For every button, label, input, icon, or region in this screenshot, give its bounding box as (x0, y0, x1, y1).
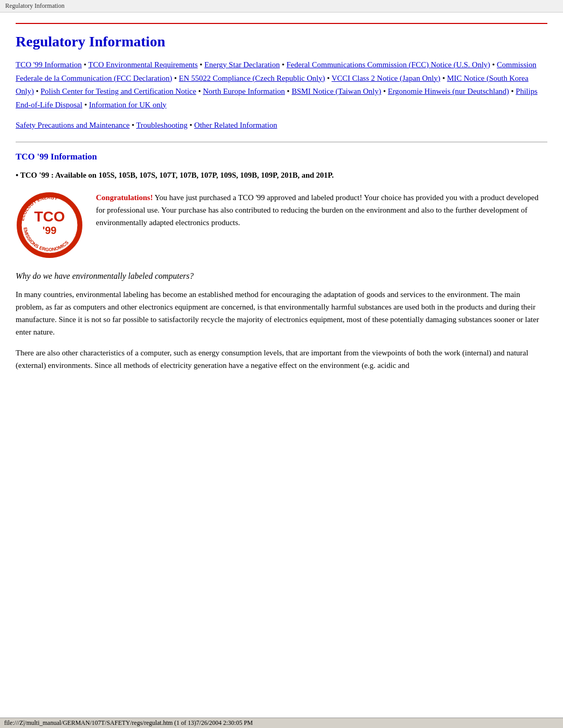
browser-title-bar: Regulatory Information (0, 0, 563, 13)
tco-logo: ECOLOGY ENERGY EMISSIONS ERGONOMICS TCO … (16, 191, 83, 259)
page-title: Regulatory Information (16, 33, 547, 50)
nav-links: TCO '99 Information • TCO Environmental … (16, 58, 547, 112)
separator: • (511, 87, 516, 95)
congrats-body: You have just purchased a TCO '99 approv… (96, 193, 538, 227)
nav-link-energy-star[interactable]: Energy Star Declaration (204, 60, 280, 69)
italic-heading: Why do we have environmentally labeled c… (16, 272, 547, 281)
separator: • (198, 87, 203, 95)
congrats-block: ECOLOGY ENERGY EMISSIONS ERGONOMICS TCO … (16, 191, 547, 259)
separator: • (174, 74, 179, 82)
nav-link-fcc[interactable]: Federal Communications Commission (FCC) … (287, 60, 491, 69)
separator: • (131, 121, 136, 129)
tco-section: TCO '99 Information • TCO '99 : Availabl… (16, 152, 547, 372)
nav-link-safety[interactable]: Safety Precautions and Maintenance (16, 121, 130, 129)
nav-link-other[interactable]: Other Related Information (194, 121, 277, 129)
svg-text:TCO: TCO (34, 208, 65, 225)
nav-link-tco99[interactable]: TCO '99 Information (16, 60, 82, 69)
tco-section-title: TCO '99 Information (16, 152, 547, 162)
separator: • (200, 60, 204, 69)
second-nav: Safety Precautions and Maintenance • Tro… (16, 119, 547, 132)
separator: • (492, 60, 497, 69)
main-content: Regulatory Information TCO '99 Informati… (0, 13, 563, 401)
separator: • (190, 121, 194, 129)
nav-link-north-europe[interactable]: North Europe Information (203, 87, 285, 95)
browser-title-text: Regulatory Information (5, 2, 65, 9)
separator: • (327, 74, 332, 82)
nav-link-en55022[interactable]: EN 55022 Compliance (Czech Republic Only… (179, 74, 325, 82)
congrats-highlight: Congratulations! (96, 193, 153, 202)
nav-link-ergonomie[interactable]: Ergonomie Hinweis (nur Deutschland) (388, 87, 509, 95)
top-divider (16, 23, 547, 24)
separator: • (84, 101, 89, 109)
nav-link-vcci[interactable]: VCCI Class 2 Notice (Japan Only) (332, 74, 440, 82)
nav-link-troubleshooting[interactable]: Troubleshooting (136, 121, 188, 129)
nav-link-uk[interactable]: Information for UK only (89, 101, 167, 109)
nav-link-polish[interactable]: Polish Center for Testing and Certificat… (41, 87, 197, 95)
body-paragraph-1: In many countries, environmental labelin… (16, 288, 547, 338)
separator: • (383, 87, 388, 95)
svg-text:'99: '99 (42, 225, 56, 236)
bottom-divider (16, 142, 547, 142)
separator: • (36, 87, 41, 95)
nav-link-tco-env[interactable]: TCO Environmental Requirements (88, 60, 198, 69)
tco-notice: • TCO '99 : Available on 105S, 105B, 107… (16, 169, 547, 181)
congrats-text: Congratulations! You have just purchased… (96, 191, 547, 229)
body-paragraph-2: There are also other characteristics of … (16, 347, 547, 372)
nav-link-bsmi[interactable]: BSMI Notice (Taiwan Only) (291, 87, 381, 95)
separator: • (282, 60, 287, 69)
